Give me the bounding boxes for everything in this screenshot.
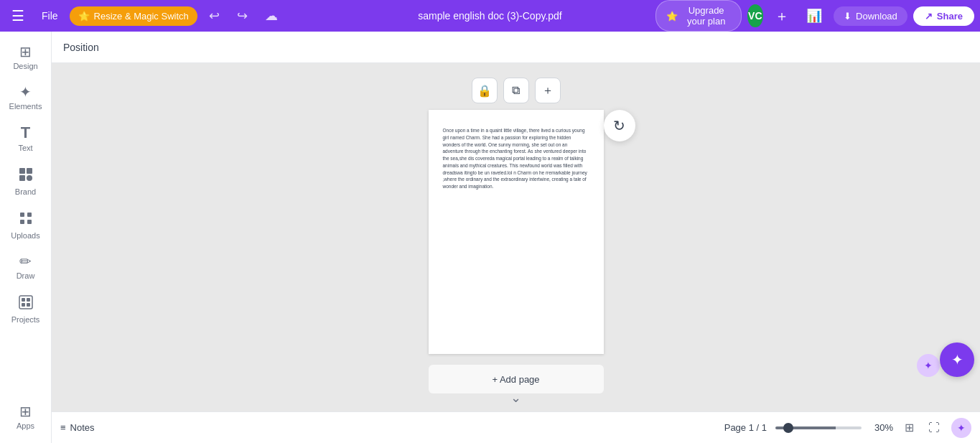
sidebar-item-brand[interactable]: Brand	[0, 159, 51, 203]
sidebar-label-text: Text	[18, 144, 32, 152]
svg-rect-11	[22, 303, 25, 307]
svg-rect-2	[19, 175, 25, 181]
sidebar: ⊞ Design ✦ Elements T Text Brand	[0, 32, 52, 443]
refresh-button[interactable]: ↻	[604, 110, 635, 141]
elements-icon: ✦	[19, 85, 32, 99]
zoom-level: 30%	[867, 422, 893, 433]
notes-button[interactable]: ≡ Notes	[60, 422, 95, 433]
sidebar-label-brand: Brand	[15, 187, 36, 196]
redo-button[interactable]: ↪	[231, 5, 253, 27]
share-icon: ↗	[925, 11, 933, 22]
topbar: ☰ File ⭐ Resize & Magic Switch ↩ ↪ ☁ sam…	[0, 0, 980, 32]
svg-rect-8	[19, 296, 32, 309]
topbar-center: sample english doc (3)-Copy.pdf	[330, 10, 649, 22]
projects-icon	[18, 294, 34, 312]
sidebar-label-projects: Projects	[11, 315, 40, 324]
sidebar-item-apps[interactable]: ⊞ Apps	[0, 397, 51, 437]
sidebar-item-projects[interactable]: Projects	[0, 287, 51, 331]
sidebar-label-draw: Draw	[17, 271, 35, 280]
sidebar-item-elements[interactable]: ✦ Elements	[0, 78, 51, 118]
download-button[interactable]: ⬇ Download	[834, 6, 907, 26]
sidebar-label-apps: Apps	[17, 421, 34, 430]
svg-rect-10	[27, 298, 30, 302]
document-text: Once upon a time in a quaint little vill…	[443, 127, 589, 190]
magic-icon: ⭐	[78, 11, 90, 22]
file-button[interactable]: File	[36, 7, 64, 24]
svg-rect-7	[27, 220, 32, 224]
svg-rect-9	[22, 298, 25, 302]
svg-rect-6	[20, 220, 24, 224]
svg-rect-4	[20, 213, 24, 217]
svg-rect-5	[27, 213, 32, 217]
design-icon: ⊞	[19, 45, 32, 59]
copy-button[interactable]: ⧉	[503, 78, 529, 103]
sidebar-item-draw[interactable]: ✏ Draw	[0, 247, 51, 287]
sidebar-item-text[interactable]: T Text	[0, 118, 51, 159]
ai-extra-button[interactable]: ✦	[917, 354, 940, 377]
svg-rect-12	[27, 303, 30, 307]
uploads-icon	[18, 210, 34, 228]
cloud-save-button[interactable]: ☁	[259, 5, 284, 27]
file-title: sample english doc (3)-Copy.pdf	[418, 10, 562, 22]
sidebar-item-uploads[interactable]: Uploads	[0, 203, 51, 247]
magic-bottom-button[interactable]: ✦	[951, 418, 971, 438]
undo-button[interactable]: ↩	[203, 5, 225, 27]
add-page-button[interactable]: + Add page	[429, 365, 604, 393]
page-indicator: Page 1 / 1	[724, 422, 767, 433]
svg-point-3	[27, 175, 32, 181]
zoom-slider[interactable]	[775, 426, 862, 429]
content-area: Position 🔒 ⧉ ＋ Once upon a time in a qua…	[52, 32, 980, 443]
sidebar-item-design[interactable]: ⊞ Design	[0, 37, 51, 78]
upgrade-button[interactable]: ⭐ Upgrade your plan	[655, 0, 742, 32]
sidebar-label-uploads: Uploads	[11, 231, 39, 240]
download-icon: ⬇	[844, 11, 851, 22]
bottom-bar: ≡ Notes Page 1 / 1 30% ⊞ ⛶ ✦	[52, 411, 980, 443]
show-pages-button[interactable]: ⌄	[510, 390, 521, 406]
svg-rect-0	[19, 168, 25, 174]
grid-view-button[interactable]: ⊞	[902, 418, 917, 437]
add-element-button[interactable]: ＋	[535, 78, 561, 103]
lock-button[interactable]: 🔒	[472, 78, 498, 103]
brand-icon	[18, 167, 34, 185]
sidebar-label-elements: Elements	[9, 102, 42, 111]
main-area: ⊞ Design ✦ Elements T Text Brand	[0, 32, 980, 443]
text-icon: T	[21, 125, 30, 141]
draw-icon: ✏	[19, 254, 32, 269]
sidebar-label-design: Design	[13, 62, 37, 70]
add-collaborator-button[interactable]: ＋	[769, 4, 795, 29]
notes-icon: ≡	[60, 422, 66, 433]
document-page: Once upon a time in a quaint little vill…	[429, 110, 604, 354]
analytics-button[interactable]: 📊	[801, 5, 828, 27]
svg-rect-1	[27, 168, 32, 174]
canvas-area[interactable]: 🔒 ⧉ ＋ Once upon a time in a quaint littl…	[52, 63, 980, 411]
apps-icon: ⊞	[19, 404, 32, 419]
topbar-right: ⭐ Upgrade your plan VC ＋ 📊 ⬇ Download ↗ …	[655, 0, 974, 32]
avatar[interactable]: VC	[747, 4, 763, 27]
position-bar: Position	[52, 32, 980, 63]
position-label: Position	[63, 42, 99, 53]
fullscreen-button[interactable]: ⛶	[925, 419, 943, 437]
ai-assistant-button[interactable]: ✦	[940, 342, 974, 377]
hamburger-button[interactable]: ☰	[6, 4, 30, 27]
upgrade-icon: ⭐	[666, 11, 678, 22]
share-button[interactable]: ↗ Share	[913, 6, 974, 26]
magic-switch-button[interactable]: ⭐ Resize & Magic Switch	[70, 6, 197, 26]
doc-toolbar: 🔒 ⧉ ＋	[472, 78, 561, 103]
topbar-left: ☰ File ⭐ Resize & Magic Switch ↩ ↪ ☁	[6, 4, 325, 27]
zoom-control: 30%	[775, 422, 893, 433]
